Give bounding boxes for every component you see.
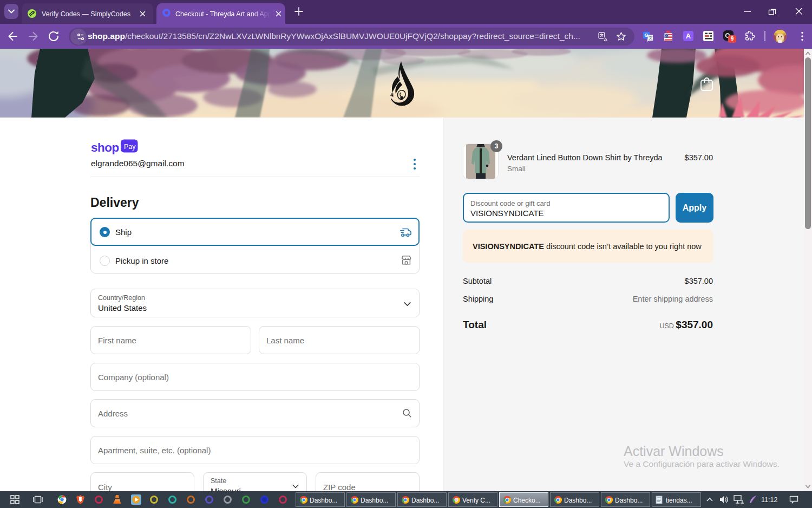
- svg-text:shop: shop: [91, 141, 119, 154]
- svg-text:Pay: Pay: [124, 143, 136, 151]
- svg-text:G: G: [645, 32, 649, 38]
- svg-text:文: 文: [649, 35, 653, 40]
